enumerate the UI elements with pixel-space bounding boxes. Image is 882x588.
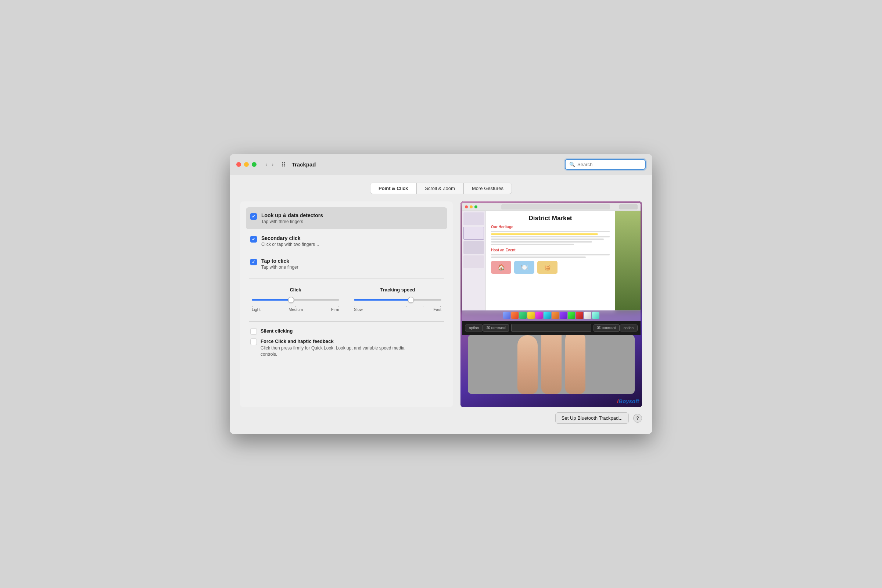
fingers-group (518, 335, 585, 394)
dock-bar (462, 310, 640, 321)
right-panel: District Market Our Heritage Host an Eve… (460, 201, 642, 407)
option-silent-clicking[interactable]: Silent clicking (250, 328, 443, 335)
bluetooth-button[interactable]: Set Up Bluetooth Trackpad... (555, 412, 629, 424)
search-icon: 🔍 (569, 162, 575, 167)
checkbox-lookup[interactable]: ✓ (250, 213, 257, 220)
content-area: Point & Click Scroll & Zoom More Gesture… (230, 175, 652, 434)
main-content: ✓ Look up & data detectors Tap with thre… (240, 201, 642, 407)
option-secondary-click[interactable]: ✓ Secondary click Click or tap with two … (246, 230, 447, 252)
titlebar: ‹ › ⠿ Trackpad 🔍 (230, 154, 652, 175)
tracking-slider-thumb[interactable] (408, 297, 414, 303)
search-box[interactable]: 🔍 (565, 159, 646, 170)
click-slider-track (252, 299, 339, 301)
checkbox-silent[interactable] (250, 328, 257, 335)
tabs-bar: Point & Click Scroll & Zoom More Gesture… (240, 183, 642, 194)
silent-clicking-text: Silent clicking (261, 328, 292, 334)
tracking-slider-wrap[interactable] (354, 296, 441, 303)
key-space (511, 324, 591, 332)
doc-line-4 (491, 241, 592, 243)
dock-icon-9 (568, 312, 575, 319)
keyboard-bar: option ⌘command ⌘command option (462, 321, 640, 335)
tracking-slider-fill (354, 299, 411, 301)
mac-preview-toolbar (462, 203, 640, 211)
dock-icon-1 (503, 312, 510, 319)
btn-other: 🧺 (537, 261, 558, 274)
tracking-slider-group: Tracking speed (354, 287, 441, 312)
label-medium: Medium (288, 307, 303, 312)
option-tap-text: Tap to click Tap with one finger (261, 258, 443, 270)
doc-line-5 (491, 244, 574, 245)
option-force-click[interactable]: Force Click and haptic feedback Click th… (250, 339, 443, 358)
option-tap-to-click[interactable]: ✓ Tap to click Tap with one finger (246, 253, 447, 275)
trackpad-area (468, 335, 634, 394)
checkbox-secondary[interactable]: ✓ (250, 236, 257, 243)
maximize-button[interactable] (252, 162, 256, 167)
tick-4 (406, 306, 406, 307)
iboysoft-brand: iBoysoft (617, 398, 639, 404)
close-button[interactable] (236, 162, 241, 167)
dock-icon-10 (576, 312, 583, 319)
footer: Set Up Bluetooth Trackpad... ? (240, 407, 642, 425)
option-lookup-text: Look up & data detectors Tap with three … (261, 212, 443, 224)
click-slider-labels: Light Medium Firm (252, 307, 339, 312)
label-fast: Fast (434, 307, 441, 312)
tracking-slider-label: Tracking speed (354, 287, 441, 292)
doc-line-highlight (491, 233, 598, 235)
divider-1 (249, 279, 444, 279)
doc-line-2 (491, 236, 610, 237)
option-tap-title: Tap to click (261, 258, 443, 264)
doc-line-6 (491, 254, 610, 255)
dropdown-arrow-icon[interactable]: ⌄ (316, 242, 320, 247)
check-icon: ✓ (252, 214, 255, 219)
mac-url-bar (501, 204, 610, 210)
option-secondary-title: Secondary click (261, 235, 443, 241)
option-lookup[interactable]: ✓ Look up & data detectors Tap with thre… (246, 207, 447, 230)
doc-image-right (615, 211, 640, 311)
click-slider-wrap[interactable] (252, 296, 339, 303)
tick-5 (423, 306, 423, 307)
checkbox-secondary-wrap: ✓ (250, 236, 257, 243)
sliders-row: Click (252, 287, 441, 312)
minimize-button[interactable] (244, 162, 249, 167)
check-icon: ✓ (252, 237, 255, 242)
nav-arrows: ‹ › (264, 160, 275, 169)
key-option-right: option (620, 324, 638, 332)
dock-icon-11 (584, 312, 591, 319)
tab-scroll-zoom[interactable]: Scroll & Zoom (416, 183, 464, 194)
finger-2 (542, 335, 561, 394)
tracking-slider-labels: Slow Fast (354, 307, 441, 312)
dock-icon-2 (511, 312, 519, 319)
grid-icon[interactable]: ⠿ (281, 160, 286, 169)
check-icon: ✓ (252, 260, 255, 265)
checkbox-tap-wrap: ✓ (250, 259, 257, 266)
btn-food: 🍽️ (514, 261, 534, 274)
thumb-2 (464, 227, 484, 240)
click-slider-fill (252, 299, 291, 301)
btn-home: 🏠 (491, 261, 511, 274)
help-button[interactable]: ? (633, 414, 642, 423)
finger-3 (565, 335, 585, 394)
key-command-right: ⌘command (594, 324, 620, 332)
label-firm: Firm (331, 307, 339, 312)
dock-icon-8 (560, 312, 567, 319)
click-slider-thumb[interactable] (288, 297, 294, 303)
back-button[interactable]: ‹ (264, 160, 268, 169)
dock-icon-12 (592, 312, 599, 319)
checkbox-tap[interactable]: ✓ (250, 259, 257, 266)
left-panel: ✓ Look up & data detectors Tap with thre… (240, 201, 453, 407)
checkbox-force-click[interactable] (250, 339, 257, 345)
option-lookup-subtitle: Tap with three fingers (261, 219, 443, 224)
tab-point-click[interactable]: Point & Click (370, 183, 416, 194)
search-input[interactable] (578, 162, 641, 167)
tick-2 (372, 306, 372, 307)
click-slider-group: Click (252, 287, 339, 312)
forward-button[interactable]: › (270, 160, 275, 169)
bottom-options: Silent clicking Force Click and haptic f… (246, 325, 447, 363)
dock-icon-6 (543, 312, 551, 319)
label-light: Light (252, 307, 261, 312)
divider-2 (249, 321, 444, 322)
tab-more-gestures[interactable]: More Gestures (464, 183, 512, 194)
doc-subtitle: Our Heritage (491, 225, 610, 229)
thumb-3 (464, 241, 484, 254)
sliders-section: Click (246, 283, 447, 318)
